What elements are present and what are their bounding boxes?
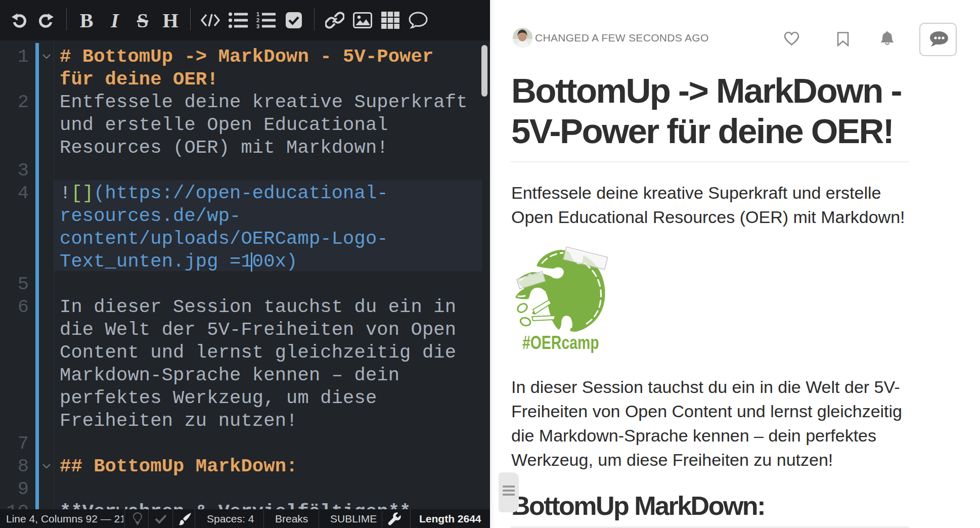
svg-text:3: 3: [256, 23, 259, 29]
svg-text:1: 1: [256, 12, 259, 17]
svg-text:2: 2: [256, 17, 259, 23]
